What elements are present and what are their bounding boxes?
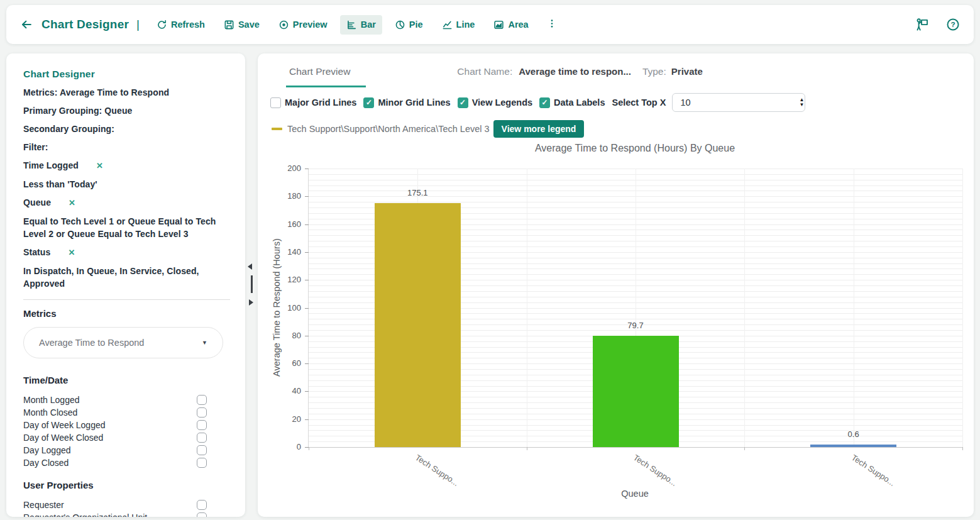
filter-time-logged: Time Logged✕ bbox=[23, 159, 230, 172]
bar-tech-suppo-1[interactable] bbox=[593, 336, 679, 447]
area-button-label: Area bbox=[508, 19, 528, 30]
select-top-x-input[interactable] bbox=[679, 97, 799, 108]
checkbox-month-closed[interactable] bbox=[197, 407, 207, 418]
y-tick-label: 40 bbox=[272, 386, 301, 396]
option-label: Data Labels bbox=[554, 97, 605, 108]
x-axis-title: Queue bbox=[308, 489, 962, 499]
top-toolbar: Chart Designer | RefreshSavePreviewBarPi… bbox=[6, 5, 974, 44]
time-date-label: Day Logged bbox=[23, 445, 71, 455]
area-icon bbox=[493, 19, 504, 30]
line-button-label: Line bbox=[456, 19, 475, 30]
pie-icon bbox=[395, 19, 405, 30]
select-top-x-label: Select Top X bbox=[612, 97, 666, 108]
option-major-grid-lines: Major Grid Lines bbox=[270, 97, 356, 108]
y-tick-mark bbox=[305, 419, 309, 420]
kebab-menu-icon bbox=[547, 18, 557, 29]
type-value: Private bbox=[671, 66, 703, 77]
y-tick-label: 180 bbox=[272, 191, 301, 201]
checkbox-view-legends[interactable]: ✓ bbox=[458, 97, 468, 108]
tab-chart-preview[interactable]: Chart Preview bbox=[286, 66, 366, 87]
option-label: Minor Grid Lines bbox=[378, 97, 450, 108]
bar-tech-suppo-2[interactable] bbox=[810, 445, 896, 447]
area-chart-button[interactable]: Area bbox=[487, 15, 534, 35]
y-tick-label: 200 bbox=[272, 163, 301, 173]
spinner-down-icon[interactable]: ▼ bbox=[799, 102, 804, 108]
bar-chart-button[interactable]: Bar bbox=[340, 15, 382, 35]
minor-gridline-vertical bbox=[962, 169, 963, 447]
summary-primary-grouping: Primary Grouping: Queue bbox=[23, 104, 230, 117]
preview-header: Chart Preview Chart Name: Average time t… bbox=[258, 53, 974, 87]
remove-filter-icon[interactable]: ✕ bbox=[69, 198, 75, 207]
chart-title: Average Time to Respond (Hours) By Queue bbox=[308, 143, 962, 154]
filter-description: Equal to Tech Level 1 or Queue Equal to … bbox=[23, 215, 230, 240]
metrics-dropdown[interactable]: Average Time to Respond ▼ bbox=[23, 327, 223, 358]
preview-chart-button[interactable]: Preview bbox=[272, 15, 334, 35]
minor-gridline-vertical bbox=[854, 169, 854, 447]
checkbox-requester-s-organizational-unit[interactable] bbox=[197, 512, 207, 517]
checkbox-requester[interactable] bbox=[197, 500, 207, 510]
line-chart-button[interactable]: Line bbox=[436, 15, 482, 35]
checkbox-data-labels[interactable]: ✓ bbox=[539, 97, 550, 108]
app-title: Chart Designer bbox=[41, 18, 129, 31]
panel-resize-handle[interactable] bbox=[251, 275, 253, 293]
x-tick-mark bbox=[309, 447, 309, 450]
bar-data-label: 79.7 bbox=[627, 321, 643, 330]
y-tick-mark bbox=[305, 363, 309, 364]
checkbox-day-of-week-logged[interactable] bbox=[197, 420, 207, 430]
save-chart-button[interactable]: Save bbox=[217, 15, 266, 35]
pie-chart-button[interactable]: Pie bbox=[388, 15, 429, 35]
y-tick-mark bbox=[305, 196, 309, 197]
remove-filter-icon[interactable]: ✕ bbox=[96, 161, 103, 170]
y-tick-label: 140 bbox=[272, 247, 301, 257]
y-tick-label: 0 bbox=[272, 442, 301, 451]
bar-data-label: 0.6 bbox=[848, 429, 859, 439]
time-date-row-month-closed: Month Closed bbox=[23, 406, 207, 419]
summary-secondary-grouping: Secondary Grouping: bbox=[23, 123, 230, 135]
back-button[interactable] bbox=[20, 18, 33, 31]
checkbox-day-closed[interactable] bbox=[197, 458, 207, 468]
help-button[interactable]: ? bbox=[946, 18, 960, 31]
time-date-row-day-of-week-logged: Day of Week Logged bbox=[23, 419, 207, 431]
time-date-row-day-logged: Day Logged bbox=[23, 444, 207, 456]
checkbox-major-grid-lines[interactable] bbox=[270, 97, 281, 108]
y-tick-mark bbox=[305, 224, 309, 225]
bar-tech-suppo-0[interactable] bbox=[375, 203, 461, 447]
summary-metrics: Metrics: Average Time to Respond bbox=[23, 86, 230, 99]
minor-gridline-vertical bbox=[744, 169, 745, 447]
checkbox-minor-grid-lines[interactable]: ✓ bbox=[363, 97, 374, 108]
preview-icon bbox=[278, 19, 289, 30]
save-icon bbox=[224, 19, 234, 30]
user-prop-label: Requester bbox=[23, 500, 64, 510]
select-top-x-field: ▲ ▼ bbox=[672, 93, 805, 112]
save-button-label: Save bbox=[238, 19, 260, 30]
y-tick-label: 100 bbox=[272, 303, 301, 313]
y-tick-mark bbox=[305, 169, 309, 169]
filter-label: Time Logged bbox=[23, 160, 79, 170]
collapse-sidebar-arrow-icon[interactable] bbox=[248, 263, 252, 270]
expand-sidebar-arrow-icon[interactable] bbox=[249, 299, 253, 306]
option-minor-grid-lines: ✓Minor Grid Lines bbox=[363, 97, 450, 108]
checkbox-month-logged[interactable] bbox=[197, 395, 207, 405]
user-prop-row-requester-s-organizational-unit: Requester's Organizational Unit bbox=[23, 511, 207, 517]
checkbox-day-of-week-closed[interactable] bbox=[197, 433, 207, 443]
remove-filter-icon[interactable]: ✕ bbox=[68, 248, 75, 257]
option-view-legends: ✓View Legends bbox=[458, 97, 532, 108]
preview-button-label: Preview bbox=[293, 19, 328, 30]
legend-row: Tech Support\Support\North America\Tech … bbox=[272, 120, 974, 138]
time-date-heading: Time/Date bbox=[23, 375, 230, 385]
time-date-label: Day Closed bbox=[23, 458, 69, 468]
checkbox-day-logged[interactable] bbox=[197, 445, 207, 455]
time-date-row-day-of-week-closed: Day of Week Closed bbox=[23, 431, 207, 444]
tour-button[interactable] bbox=[915, 18, 929, 32]
kebab-menu-button[interactable] bbox=[541, 16, 563, 34]
y-tick-mark bbox=[305, 308, 309, 309]
refresh-chart-button[interactable]: Refresh bbox=[150, 15, 211, 35]
time-date-label: Day of Week Logged bbox=[23, 420, 106, 430]
view-more-legend-button[interactable]: View more legend bbox=[493, 120, 585, 138]
y-tick-label: 20 bbox=[272, 414, 301, 424]
chevron-down-icon: ▼ bbox=[202, 340, 207, 346]
x-tick-mark bbox=[744, 447, 745, 450]
chart-plot-area: 020406080100120140160180200175.1Tech Sup… bbox=[308, 169, 962, 448]
summary-filter: Filter: bbox=[23, 141, 230, 153]
x-category-label: Tech Suppo... bbox=[849, 453, 896, 488]
